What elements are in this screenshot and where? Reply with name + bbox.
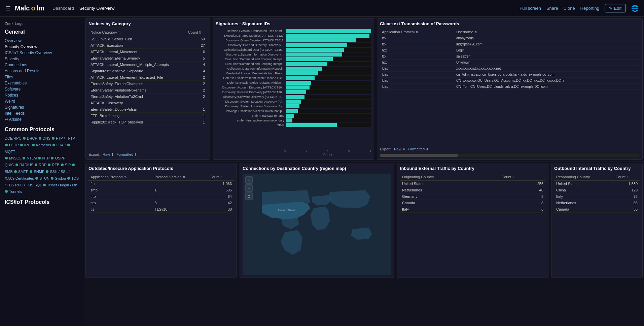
sidebar-item-ics-overview[interactable]: ICS/IoT Security Overview bbox=[0, 50, 84, 56]
table-row[interactable]: SSL::Invalid_Server_Cert 50 bbox=[88, 36, 207, 42]
proto-dns[interactable]: DNS bbox=[43, 136, 50, 140]
table-row[interactable]: ATTACK::Discovery 1 bbox=[88, 100, 207, 106]
clone-button[interactable]: Clone bbox=[564, 6, 575, 11]
sidebar-item-connections[interactable]: Connections bbox=[0, 62, 84, 68]
sidebar-item-intel-feeds[interactable]: Intel Feeds bbox=[0, 110, 84, 116]
table-row[interactable]: United States 1,530 bbox=[554, 181, 640, 187]
sort-icon[interactable]: ⇅ bbox=[416, 30, 418, 34]
sidebar-item-security-overview[interactable]: Security Overview bbox=[0, 44, 84, 50]
proto-radius[interactable]: RADIUS bbox=[20, 163, 34, 167]
table-row[interactable]: http Login bbox=[380, 47, 640, 53]
proto-x509[interactable]: X.509 Certificates bbox=[5, 176, 34, 180]
sidebar-item-overview[interactable]: Overview bbox=[0, 38, 84, 44]
proto-tds-sql[interactable]: TDS SQL bbox=[26, 183, 42, 187]
table-row[interactable]: Ripple20::Treck_TCP_observed 1 bbox=[88, 119, 207, 125]
table-row[interactable]: ldap CN=xxxxxxxx,OU=Users,OU=Accounts,DC… bbox=[380, 78, 640, 84]
hamburger-icon[interactable]: ☰ bbox=[5, 5, 11, 12]
table-row[interactable]: ATTACK::Lateral_Movement 6 bbox=[88, 49, 207, 55]
table-row[interactable]: ATTACK::Execution 27 bbox=[88, 42, 207, 49]
table-row[interactable]: ftp salesxfer bbox=[380, 53, 640, 60]
cleartext-export-raw[interactable]: Raw bbox=[394, 147, 401, 151]
sort-icon-up[interactable]: ↑ bbox=[220, 175, 222, 179]
proto-rfb[interactable]: RFB bbox=[52, 163, 59, 167]
table-row[interactable]: Germany 8 bbox=[400, 193, 545, 200]
table-row[interactable]: ntp 3 42 bbox=[88, 200, 234, 206]
sidebar-item-signatures[interactable]: Signatures bbox=[0, 104, 84, 110]
proto-ftp[interactable]: FTP bbox=[56, 136, 63, 140]
nav-security-overview[interactable]: Security Overview bbox=[79, 6, 115, 11]
proto-ntlm[interactable]: NTLM bbox=[27, 156, 37, 160]
proto-quic[interactable]: QUIC bbox=[5, 163, 14, 167]
proto-smtp[interactable]: SMTP bbox=[18, 170, 28, 174]
proto-ssh[interactable]: SSH bbox=[50, 170, 58, 174]
proto-sip[interactable]: SIP bbox=[65, 163, 71, 167]
table-row[interactable]: smb 1 535 bbox=[88, 187, 234, 193]
table-row[interactable]: EternalSafety::ViolationNtRename 2 bbox=[88, 87, 207, 94]
table-row[interactable]: EternalSafety::ViolationTx2Cmd 2 bbox=[88, 94, 207, 100]
sort-icon-down[interactable]: ↓ bbox=[512, 175, 514, 179]
table-row[interactable]: United States 255 bbox=[400, 181, 545, 187]
proto-stun[interactable]: STUN bbox=[39, 176, 49, 180]
proto-tftp[interactable]: TFTP bbox=[66, 136, 75, 140]
reporting-button[interactable]: Reporting bbox=[580, 6, 599, 11]
proto-mysql[interactable]: MySQL bbox=[9, 156, 21, 160]
table-row[interactable]: EternalSafety::EternalSynergy 5 bbox=[88, 55, 207, 62]
table-row[interactable]: Canada 8 bbox=[400, 200, 545, 206]
sidebar-item-files[interactable]: Files bbox=[0, 74, 84, 80]
notices-export-formatted[interactable]: Formatted bbox=[116, 152, 133, 156]
table-row[interactable]: Netherlands 46 bbox=[400, 187, 545, 193]
table-row[interactable]: ftp - 1,063 bbox=[88, 181, 234, 187]
proto-dce[interactable]: DCE/RPC bbox=[5, 136, 22, 140]
proto-dhcp[interactable]: DHCP bbox=[27, 136, 37, 140]
proto-kerberos[interactable]: Kerberos bbox=[36, 143, 51, 147]
sort-icon[interactable]: ⇅ bbox=[124, 175, 127, 179]
proto-mqtt[interactable]: MQTT bbox=[5, 150, 15, 154]
fullscreen-button[interactable]: Full screen bbox=[520, 6, 541, 11]
proto-irc[interactable]: IRC bbox=[24, 143, 31, 147]
sidebar-item-notices[interactable]: Notices bbox=[0, 92, 84, 98]
table-row[interactable]: Signatures::Sensitive_Signature 4 bbox=[88, 68, 207, 74]
table-row[interactable]: tftp - 64 bbox=[88, 193, 234, 200]
sidebar-item-weird[interactable]: Weird bbox=[0, 98, 84, 104]
table-row[interactable]: Netherlands 66 bbox=[554, 200, 640, 206]
sidebar-item-executables[interactable]: Executables bbox=[0, 80, 84, 86]
table-row[interactable]: ftp ind@psg420.com bbox=[380, 41, 640, 47]
table-row[interactable]: ldap CN=Tom,CN=Users,DC=cloudshark-a,DC=… bbox=[380, 84, 640, 90]
edit-button[interactable]: ✎ Edit bbox=[605, 4, 626, 12]
proto-tds[interactable]: TDS bbox=[71, 176, 79, 180]
table-row[interactable]: Italy 6 bbox=[400, 206, 545, 213]
table-row[interactable]: ldap cn=Administrator,cn=Users,dc=clouds… bbox=[380, 72, 640, 78]
proto-syslog[interactable]: Syslog bbox=[55, 176, 66, 180]
zoom-out-button[interactable]: − bbox=[245, 184, 253, 192]
proto-smb[interactable]: SMB bbox=[5, 170, 13, 174]
table-row[interactable]: ATTACK::Lateral_Movement_Extracted_File … bbox=[88, 74, 207, 81]
proto-ldap[interactable]: LDAP bbox=[57, 143, 66, 147]
scrollbar-thumb[interactable] bbox=[380, 154, 458, 157]
table-row[interactable]: EternalSafety::EternalChampion 2 bbox=[88, 81, 207, 87]
table-row[interactable]: http Unknown bbox=[380, 60, 640, 66]
scrollbar[interactable] bbox=[380, 154, 640, 157]
sidebar-item-severity[interactable]: Severity bbox=[0, 56, 84, 62]
table-row[interactable]: ftp anonymous bbox=[380, 35, 640, 41]
proto-ospf[interactable]: OSPF bbox=[55, 156, 65, 160]
zoom-in-button[interactable]: + bbox=[245, 176, 253, 184]
sort-icon[interactable]: ⇅ bbox=[118, 31, 121, 34]
share-button[interactable]: Share bbox=[546, 6, 558, 11]
sidebar-item-arkime[interactable]: ↩ Arkime bbox=[0, 116, 84, 122]
sidebar-item-actions[interactable]: Actions and Results bbox=[0, 68, 84, 74]
table-row[interactable]: Italy 78 bbox=[554, 193, 640, 200]
zoom-fit-button[interactable]: ⊡ bbox=[245, 192, 253, 200]
proto-ssl[interactable]: SSL bbox=[61, 170, 67, 174]
sort-icon[interactable]: ⇅ bbox=[199, 31, 202, 34]
proto-tunnels[interactable]: Tunnels bbox=[9, 189, 22, 193]
proto-rdp[interactable]: RDP bbox=[39, 163, 46, 167]
notices-export-raw[interactable]: Raw bbox=[103, 152, 110, 156]
sort-icon-down[interactable]: ↓ bbox=[627, 175, 628, 179]
table-row[interactable]: Canada 50 bbox=[554, 206, 640, 213]
nav-dashboard[interactable]: Dashboard bbox=[52, 6, 74, 11]
table-row[interactable]: tls TLSv10 38 bbox=[88, 206, 234, 213]
proto-ntp[interactable]: NTP bbox=[42, 156, 50, 160]
sidebar-item-software[interactable]: Software bbox=[0, 86, 84, 92]
proto-http[interactable]: HTTP bbox=[9, 143, 19, 147]
proto-snmp[interactable]: SNMP bbox=[34, 170, 44, 174]
